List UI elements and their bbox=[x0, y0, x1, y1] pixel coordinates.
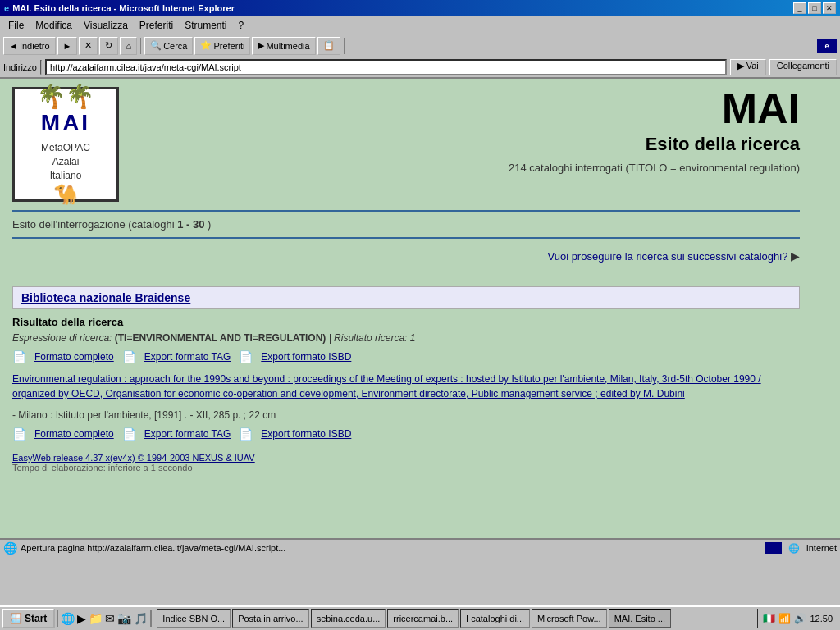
go-button[interactable]: ▶ Vai bbox=[730, 59, 766, 75]
zone-icon: 🌐 bbox=[788, 543, 800, 554]
risultato-title: Risultato della ricerca bbox=[12, 316, 800, 328]
status-text: Apertura pagina http://azalaifarm.cilea.… bbox=[21, 543, 762, 553]
close-button[interactable]: ✕ bbox=[823, 2, 836, 14]
toolbar: ◄ Indietro ► ✕ ↻ ⌂ 🔍 Cerca ⭐ Preferiti ▶… bbox=[0, 34, 840, 57]
mai-logo-subtitle: MetaOPAC Azalai Italiano bbox=[41, 141, 90, 182]
stop-button[interactable]: ✕ bbox=[79, 37, 98, 55]
library-box[interactable]: Biblioteca nazionale Braidense bbox=[12, 286, 800, 309]
maximize-button[interactable]: □ bbox=[808, 2, 821, 14]
multimedia-button[interactable]: ▶ Multimedia bbox=[252, 37, 315, 55]
title-bar: e MAI. Esito della ricerca - Microsoft I… bbox=[0, 0, 840, 16]
back-button[interactable]: ◄ Indietro bbox=[3, 37, 56, 55]
status-bar: 🌐 Apertura pagina http://azalaifarm.cile… bbox=[0, 538, 840, 556]
export-isbd-icon-2: 📄 bbox=[239, 427, 253, 441]
window-title: MAI. Esito della ricerca - Microsoft Int… bbox=[12, 3, 235, 13]
footer-time: Tempo di elaborazione: inferiore a 1 sec… bbox=[12, 463, 800, 472]
address-input[interactable] bbox=[45, 59, 727, 75]
header-section: 🌴🌴 MAI MetaOPAC Azalai Italiano 🐪 MAI Es… bbox=[12, 87, 800, 202]
formato-icon-1: 📄 bbox=[12, 350, 26, 363]
continue-link[interactable]: Vuoi proseguire la ricerca sui successiv… bbox=[547, 250, 788, 262]
ie-title-icon: e bbox=[4, 3, 9, 13]
expression-label: Espressione di ricerca: bbox=[12, 332, 112, 344]
menu-file[interactable]: File bbox=[3, 18, 29, 33]
ie-logo: e bbox=[817, 39, 837, 53]
query-header: Esito dell'interrogazione (cataloghi 1 -… bbox=[12, 218, 800, 231]
format-row-1: 📄 Formato completo 📄 Export formato TAG … bbox=[12, 350, 800, 363]
separator-2 bbox=[12, 237, 800, 239]
book-link-text: Environmental regulation : approach for … bbox=[12, 373, 761, 399]
favorites-button[interactable]: ⭐ Preferiti bbox=[194, 37, 250, 55]
toolbar-separator-2 bbox=[344, 38, 345, 54]
export-isbd-icon-1: 📄 bbox=[239, 350, 253, 363]
separator-1 bbox=[12, 210, 800, 212]
forward-arrow-icon: ► bbox=[63, 41, 72, 51]
mai-logo: 🌴🌴 MAI MetaOPAC Azalai Italiano 🐪 bbox=[12, 87, 119, 202]
status-icon: 🌐 bbox=[3, 541, 17, 555]
minimize-button[interactable]: _ bbox=[793, 2, 806, 14]
menu-preferiti[interactable]: Preferiti bbox=[135, 18, 178, 33]
address-label: Indirizzo bbox=[3, 62, 37, 72]
menu-visualizza[interactable]: Visualizza bbox=[79, 18, 133, 33]
risultato-value: 1 bbox=[410, 332, 416, 344]
refresh-icon: ↻ bbox=[105, 40, 112, 51]
export-isbd-link-1[interactable]: Export formato ISBD bbox=[261, 351, 351, 363]
menu-modifica[interactable]: Modifica bbox=[30, 18, 77, 33]
toolbar-separator-1 bbox=[140, 38, 141, 54]
risultato-label: Risultato ricerca: bbox=[334, 332, 407, 344]
browser-content[interactable]: 🌴🌴 MAI MetaOPAC Azalai Italiano 🐪 MAI Es… bbox=[0, 79, 840, 538]
expression-value: (TI=ENVIRONMENTAL AND TI=REGULATION) bbox=[115, 332, 326, 344]
menu-bar: File Modifica Visualizza Preferiti Strum… bbox=[0, 16, 840, 34]
expression-line: Espressione di ricerca: (TI=ENVIRONMENTA… bbox=[12, 332, 800, 344]
query-range: 1 - 30 bbox=[177, 218, 204, 231]
home-icon: ⌂ bbox=[126, 41, 131, 51]
footer-link[interactable]: EasyWeb release 4.37 x(ev4x) © 1994-2003… bbox=[12, 453, 255, 463]
multimedia-icon: ▶ bbox=[258, 40, 264, 51]
mai-logo-title: MAI bbox=[41, 110, 90, 136]
back-arrow-icon: ◄ bbox=[9, 41, 18, 51]
arrow-right-icon: ▶ bbox=[791, 249, 800, 262]
go-icon: ▶ bbox=[737, 61, 746, 71]
book-link[interactable]: Environmental regulation : approach for … bbox=[12, 372, 800, 401]
book-physical: . - XII, 285 p. ; 22 cm bbox=[185, 409, 276, 421]
refresh-button[interactable]: ↻ bbox=[99, 37, 118, 55]
mai-heading: MAI bbox=[135, 87, 800, 130]
progress-indicator bbox=[765, 542, 782, 554]
cataloghi-info: 214 cataloghi interrogati (TITOLO = envi… bbox=[135, 162, 800, 174]
format-row-2: 📄 Formato completo 📄 Export formato TAG … bbox=[12, 427, 800, 441]
star-icon: ⭐ bbox=[200, 40, 212, 51]
menu-strumenti[interactable]: Strumenti bbox=[180, 18, 231, 33]
query-label: Esito dell'interrogazione (cataloghi bbox=[12, 218, 175, 231]
header-right: MAI Esito della ricerca 214 cataloghi in… bbox=[119, 87, 800, 174]
stop-icon: ✕ bbox=[84, 40, 92, 51]
book-publisher: - Milano : Istituto per l'ambiente, [199… bbox=[12, 409, 181, 421]
continue-bar: Vuoi proseguire la ricerca sui successiv… bbox=[12, 245, 800, 267]
links-button[interactable]: Collegamenti bbox=[769, 59, 837, 75]
export-isbd-link-2[interactable]: Export formato ISBD bbox=[261, 428, 351, 440]
address-bar: Indirizzo ▶ Vai Collegamenti bbox=[0, 57, 840, 79]
export-tag-icon-1: 📄 bbox=[122, 350, 136, 363]
esito-heading: Esito della ricerca bbox=[135, 134, 800, 155]
history-icon: 📋 bbox=[323, 40, 335, 51]
book-entry: Environmental regulation : approach for … bbox=[12, 372, 800, 421]
export-tag-link-2[interactable]: Export formato TAG bbox=[144, 428, 231, 440]
library-link[interactable]: Biblioteca nazionale Braidense bbox=[21, 291, 190, 304]
page-footer: EasyWeb release 4.37 x(ev4x) © 1994-2003… bbox=[12, 453, 800, 472]
formato-completo-link-2[interactable]: Formato completo bbox=[34, 428, 114, 440]
palm-icon: 🌴🌴 bbox=[37, 83, 94, 110]
forward-button[interactable]: ► bbox=[57, 37, 78, 55]
camel-icon: 🐪 bbox=[53, 183, 78, 206]
formato-icon-2: 📄 bbox=[12, 427, 26, 441]
query-suffix: ) bbox=[208, 218, 211, 231]
history-button[interactable]: 📋 bbox=[317, 37, 340, 55]
search-icon: 🔍 bbox=[150, 40, 162, 51]
formato-completo-link-1[interactable]: Formato completo bbox=[34, 351, 114, 363]
export-tag-link-1[interactable]: Export formato TAG bbox=[144, 351, 231, 363]
status-zone: Internet bbox=[806, 543, 837, 553]
home-button[interactable]: ⌂ bbox=[120, 37, 137, 55]
export-tag-icon-2: 📄 bbox=[122, 427, 136, 441]
search-button[interactable]: 🔍 Cerca bbox=[144, 37, 193, 55]
menu-help[interactable]: ? bbox=[234, 18, 249, 33]
